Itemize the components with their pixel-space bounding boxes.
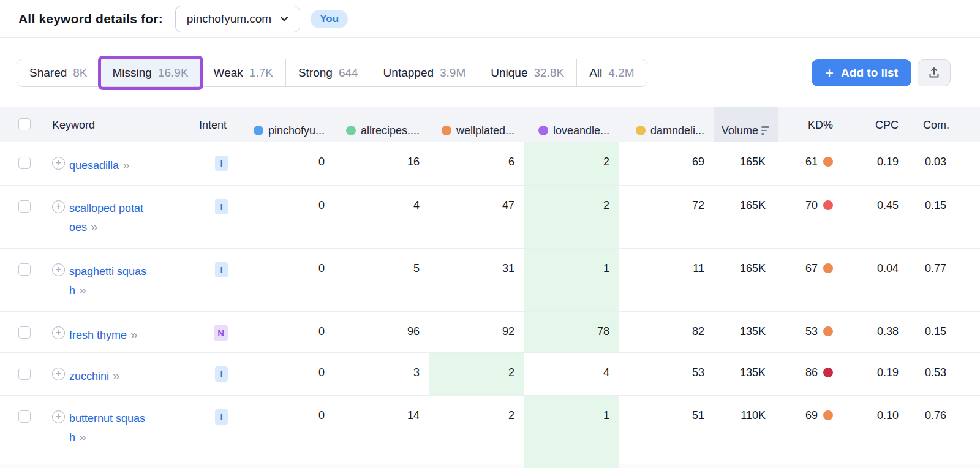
wellplated-position: 6 xyxy=(429,142,524,185)
open-keyword-icon[interactable]: » xyxy=(113,368,121,382)
keyword-link[interactable]: quesadilla xyxy=(69,159,119,172)
column-header-allrecipes[interactable]: allrecipes.... xyxy=(334,107,429,142)
domain-dot-loveandlemons xyxy=(538,126,548,135)
kd-cell: 86 xyxy=(778,353,845,395)
intent-cell: I xyxy=(190,142,233,185)
add-keyword-icon[interactable]: + xyxy=(52,368,65,380)
intent-badge: I xyxy=(215,262,228,277)
tab-label: Shared xyxy=(29,66,67,80)
pinchofyum-position: 0 xyxy=(233,396,334,464)
intent-badge: I xyxy=(215,366,228,382)
wellplated-position: 47 xyxy=(429,186,524,248)
kd-difficulty-dot xyxy=(823,263,833,273)
volume-value: 135K xyxy=(714,353,778,395)
open-keyword-icon[interactable]: » xyxy=(91,219,99,233)
column-header-keyword[interactable]: Keyword xyxy=(52,107,190,142)
pinchofyum-position: 0 xyxy=(233,186,334,248)
tab-weak[interactable]: Weak 1.7K xyxy=(202,59,286,86)
checkbox-cell xyxy=(0,249,52,311)
keyword-link[interactable]: zucchini xyxy=(69,370,109,382)
keyword-gap-page: All keyword details for: pinchofyum.com … xyxy=(0,0,980,468)
keyword-cell: + scalloped potatoes» xyxy=(52,186,190,248)
tab-missing[interactable]: Missing 16.9K xyxy=(100,59,202,86)
add-keyword-icon[interactable]: + xyxy=(52,157,65,170)
kd-difficulty-dot xyxy=(823,200,833,210)
title-bar: All keyword details for: pinchofyum.com … xyxy=(0,0,980,38)
table-header-row: Keyword Intent pinchofyu... allrecipes..… xyxy=(0,107,980,142)
damndelicious-position: 72 xyxy=(619,186,714,248)
upload-icon xyxy=(927,66,941,80)
add-to-list-label: Add to list xyxy=(841,66,898,80)
partial-next-row xyxy=(0,464,980,468)
header-checkbox-cell xyxy=(0,107,52,142)
column-header-com[interactable]: Com. xyxy=(907,107,980,142)
column-header-cpc[interactable]: CPC xyxy=(845,107,907,142)
add-to-list-button[interactable]: + Add to list xyxy=(812,59,911,86)
allrecipes-position: 3 xyxy=(334,353,429,395)
checkbox-cell xyxy=(0,186,52,248)
keyword-link[interactable]: fresh thyme xyxy=(69,329,127,341)
tab-shared[interactable]: Shared 8K xyxy=(17,59,100,86)
loveandlemons-position: 2 xyxy=(524,186,619,248)
com-value: 0.15 xyxy=(907,186,980,248)
keyword-cell: + quesadilla» xyxy=(52,142,190,185)
volume-value: 165K xyxy=(714,186,778,248)
row-checkbox[interactable] xyxy=(18,263,31,276)
tab-unique[interactable]: Unique 32.8K xyxy=(478,59,577,86)
select-all-checkbox[interactable] xyxy=(18,118,31,130)
column-header-kd[interactable]: KD% xyxy=(778,107,845,142)
damndelicious-position: 51 xyxy=(619,396,714,464)
open-keyword-icon[interactable]: » xyxy=(79,282,87,296)
tab-strong[interactable]: Strong 644 xyxy=(286,59,371,86)
open-keyword-icon[interactable]: » xyxy=(130,327,138,341)
add-keyword-icon[interactable]: + xyxy=(52,263,65,276)
tab-all[interactable]: All 4.2M xyxy=(577,59,646,86)
volume-value: 110K xyxy=(714,396,778,464)
row-checkbox[interactable] xyxy=(18,410,31,423)
wellplated-position: 31 xyxy=(429,249,524,311)
keyword-cell: + fresh thyme» xyxy=(52,312,190,352)
tab-label: All xyxy=(589,66,602,80)
intent-cell: I xyxy=(190,249,233,311)
sort-descending-icon xyxy=(761,126,769,135)
pinchofyum-position: 0 xyxy=(233,249,334,311)
open-keyword-icon[interactable]: » xyxy=(123,157,130,172)
row-checkbox[interactable] xyxy=(18,326,31,339)
column-header-loveandlemons[interactable]: loveandle... xyxy=(524,107,619,142)
row-checkbox[interactable] xyxy=(18,157,31,169)
add-keyword-icon[interactable]: + xyxy=(52,410,65,423)
pinchofyum-position: 0 xyxy=(233,353,334,395)
export-button[interactable] xyxy=(918,59,951,86)
volume-value: 165K xyxy=(714,249,778,311)
loveandlemons-position: 4 xyxy=(524,353,619,395)
intent-cell: N xyxy=(190,312,233,352)
tab-count: 3.9M xyxy=(440,66,466,80)
pinchofyum-position: 0 xyxy=(233,142,334,185)
damndelicious-position: 11 xyxy=(619,249,714,311)
column-header-pinchofyum[interactable]: pinchofyu... xyxy=(233,107,334,142)
column-header-intent[interactable]: Intent xyxy=(190,107,233,142)
column-header-damndelicious[interactable]: damndeli... xyxy=(619,107,714,142)
allrecipes-position: 16 xyxy=(334,142,429,185)
domain-dot-damndelicious xyxy=(636,126,646,135)
cpc-value: 0.19 xyxy=(845,142,907,185)
open-keyword-icon[interactable]: » xyxy=(79,429,87,443)
tab-label: Untapped xyxy=(383,66,434,80)
tab-count: 644 xyxy=(339,66,358,80)
keyword-link[interactable]: scalloped potatoes xyxy=(69,202,143,233)
table-row: + spaghetti squash» I 0 5 31 1 11 165K 6… xyxy=(0,249,980,312)
keyword-cell: + zucchini» xyxy=(52,353,190,395)
table-row: + scalloped potatoes» I 0 4 47 2 72 165K… xyxy=(0,186,980,249)
page-title: All keyword details for: xyxy=(18,12,163,26)
add-keyword-icon[interactable]: + xyxy=(52,200,65,213)
row-checkbox[interactable] xyxy=(18,200,31,213)
tab-untapped[interactable]: Untapped 3.9M xyxy=(371,59,479,86)
domain-selector-dropdown[interactable]: pinchofyum.com xyxy=(175,6,300,32)
wellplated-position: 92 xyxy=(429,312,524,352)
kd-value: 69 xyxy=(805,409,818,422)
add-keyword-icon[interactable]: + xyxy=(52,326,65,339)
column-header-wellplated[interactable]: wellplated... xyxy=(429,107,524,142)
row-checkbox[interactable] xyxy=(18,368,31,380)
loveandlemons-position: 1 xyxy=(524,396,619,464)
column-header-volume-sorted[interactable]: Volume xyxy=(714,107,778,142)
